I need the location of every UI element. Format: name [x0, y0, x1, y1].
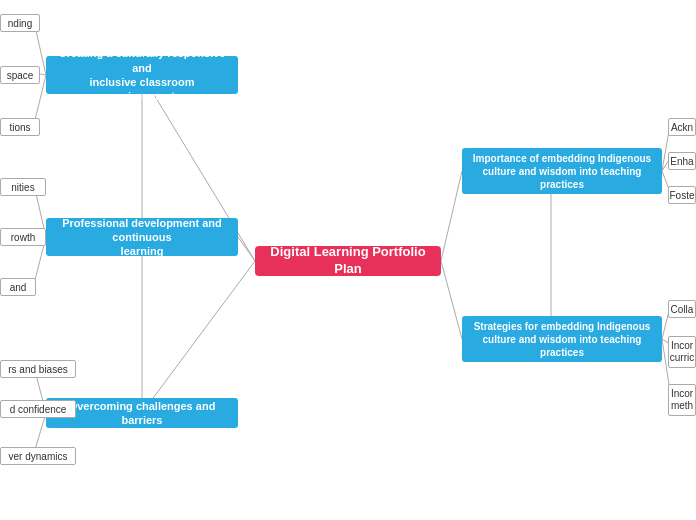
- leaf-strategies-1[interactable]: Colla: [668, 300, 696, 318]
- leaf-professional-3[interactable]: and: [0, 278, 36, 296]
- leaf-strategies-2[interactable]: Incorcurric: [668, 336, 696, 368]
- leaf-importance-3[interactable]: Foste: [668, 186, 696, 204]
- center-node[interactable]: Digital Learning Portfolio Plan: [255, 246, 441, 276]
- node-culturally[interactable]: Creating a culturally responsive andincl…: [46, 56, 238, 94]
- leaf-overcoming-2[interactable]: d confidence: [0, 400, 76, 418]
- strategies-label: Strategies for embedding Indigenouscultu…: [474, 320, 651, 359]
- leaf-importance-1[interactable]: Ackn: [668, 118, 696, 136]
- professional-label: Professional development and continuousl…: [56, 216, 228, 259]
- leaf-strategies-3[interactable]: Incormeth: [668, 384, 696, 416]
- node-importance[interactable]: Importance of embedding Indigenouscultur…: [462, 148, 662, 194]
- mindmap-canvas: Digital Learning Portfolio Plan Creating…: [0, 0, 696, 520]
- leaf-overcoming-3[interactable]: ver dynamics: [0, 447, 76, 465]
- leaf-culturally-1[interactable]: nding: [0, 14, 40, 32]
- node-professional[interactable]: Professional development and continuousl…: [46, 218, 238, 256]
- leaf-culturally-2[interactable]: space: [0, 66, 40, 84]
- leaf-culturally-3[interactable]: tions: [0, 118, 40, 136]
- importance-label: Importance of embedding Indigenouscultur…: [473, 152, 651, 191]
- culturally-label: Creating a culturally responsive andincl…: [56, 46, 228, 103]
- leaf-importance-2[interactable]: Enha: [668, 152, 696, 170]
- node-strategies[interactable]: Strategies for embedding Indigenouscultu…: [462, 316, 662, 362]
- overcoming-label: Overcoming challenges and barriers: [56, 399, 228, 428]
- leaf-professional-1[interactable]: nities: [0, 178, 46, 196]
- center-label: Digital Learning Portfolio Plan: [269, 244, 427, 278]
- leaf-professional-2[interactable]: rowth: [0, 228, 46, 246]
- leaf-overcoming-1[interactable]: rs and biases: [0, 360, 76, 378]
